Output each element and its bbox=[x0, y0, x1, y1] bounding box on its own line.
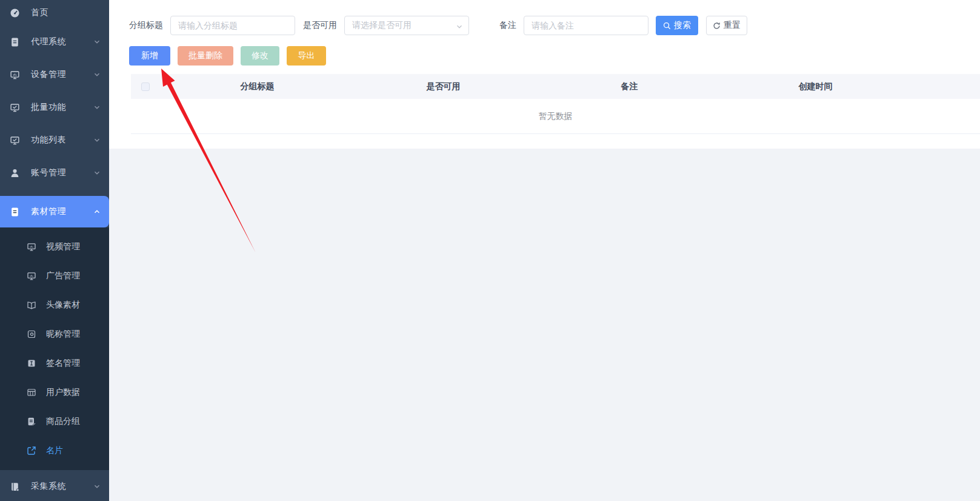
document-icon bbox=[10, 207, 20, 217]
material-management-submenu: 视频管理 广告管理 头像素材 昵称管理 bbox=[0, 227, 109, 470]
remark-label: 备注 bbox=[499, 20, 516, 31]
sidebar-item-signature-management[interactable]: 签名管理 bbox=[0, 349, 109, 378]
chevron-down-icon bbox=[93, 104, 101, 111]
monitor-check-icon bbox=[10, 103, 20, 113]
sidebar-item-label: 视频管理 bbox=[46, 241, 80, 252]
action-toolbar: 新增 批量删除 修改 导出 bbox=[129, 46, 980, 66]
refresh-icon bbox=[713, 22, 721, 30]
chevron-down-icon bbox=[93, 71, 101, 78]
book-icon bbox=[10, 482, 20, 492]
search-button-label: 搜索 bbox=[674, 20, 691, 31]
badge-icon bbox=[27, 329, 36, 339]
reset-button[interactable]: 重置 bbox=[706, 16, 747, 35]
group-title-input[interactable] bbox=[170, 16, 295, 35]
batch-delete-button[interactable]: 批量删除 bbox=[178, 46, 233, 66]
sidebar-item-home[interactable]: 首页 bbox=[0, 0, 109, 25]
chevron-down-icon bbox=[93, 169, 101, 177]
available-select[interactable]: 请选择是否可用 bbox=[344, 16, 469, 35]
sidebar-item-label: 采集系统 bbox=[31, 481, 93, 492]
remark-input[interactable] bbox=[524, 16, 648, 35]
app-window: 首页 代理系统 设备管理 批量功能 bbox=[0, 0, 980, 501]
sidebar-item-ad-management[interactable]: 广告管理 bbox=[0, 261, 109, 291]
content-card: 分组标题 是否可用 请选择是否可用 备注 搜索 bbox=[109, 0, 980, 149]
column-header-group-title: 分组标题 bbox=[164, 81, 350, 92]
export-button[interactable]: 导出 bbox=[287, 46, 326, 66]
monitor-check-icon bbox=[10, 135, 20, 146]
table-header-row: 分组标题 是否可用 备注 创建时间 bbox=[131, 74, 980, 99]
sidebar-item-material-management[interactable]: 素材管理 bbox=[0, 196, 109, 227]
sidebar-item-label: 代理系统 bbox=[31, 36, 93, 47]
column-header-created-time: 创建时间 bbox=[722, 81, 908, 92]
document-icon bbox=[10, 37, 20, 47]
sidebar-item-label: 昵称管理 bbox=[46, 329, 80, 340]
sidebar-item-label: 设备管理 bbox=[31, 69, 93, 80]
sidebar-item-user-data[interactable]: 用户数据 bbox=[0, 378, 109, 407]
sidebar-item-avatar-material[interactable]: 头像素材 bbox=[0, 291, 109, 320]
sidebar-item-label: 广告管理 bbox=[46, 271, 80, 281]
sidebar: 首页 代理系统 设备管理 批量功能 bbox=[0, 0, 109, 501]
column-header-available: 是否可用 bbox=[350, 81, 536, 92]
sidebar-item-function-list[interactable]: 功能列表 bbox=[0, 124, 109, 156]
table-header-checkbox-cell bbox=[131, 82, 164, 91]
filter-bar: 分组标题 是否可用 请选择是否可用 备注 搜索 bbox=[129, 16, 980, 35]
sidebar-item-business-card[interactable]: 名片 bbox=[0, 436, 109, 465]
sidebar-item-label: 首页 bbox=[31, 7, 101, 18]
sidebar-item-label: 头像素材 bbox=[46, 300, 80, 311]
sidebar-item-label: 账号管理 bbox=[31, 167, 93, 178]
available-label: 是否可用 bbox=[303, 20, 337, 31]
page-background bbox=[109, 149, 980, 501]
document-edit-icon bbox=[27, 417, 36, 426]
sidebar-item-label: 素材管理 bbox=[31, 206, 93, 217]
sidebar-item-label: 商品分组 bbox=[46, 416, 80, 427]
sidebar-item-label: 功能列表 bbox=[31, 135, 93, 146]
sidebar-item-batch-functions[interactable]: 批量功能 bbox=[0, 91, 109, 124]
group-title-label: 分组标题 bbox=[129, 20, 163, 31]
monitor-icon bbox=[10, 70, 20, 80]
user-icon bbox=[10, 168, 20, 178]
sidebar-item-label: 用户数据 bbox=[46, 387, 80, 398]
external-link-icon bbox=[27, 446, 36, 456]
sidebar-item-nickname-management[interactable]: 昵称管理 bbox=[0, 320, 109, 349]
open-book-icon bbox=[27, 300, 36, 310]
select-all-checkbox[interactable] bbox=[141, 82, 150, 91]
sidebar-item-video-management[interactable]: 视频管理 bbox=[0, 232, 109, 261]
chevron-down-icon bbox=[93, 483, 101, 490]
edit-button[interactable]: 修改 bbox=[241, 46, 279, 66]
chevron-up-icon bbox=[93, 208, 101, 215]
sidebar-item-label: 签名管理 bbox=[46, 358, 80, 369]
dashboard-icon bbox=[10, 8, 20, 18]
chevron-down-icon bbox=[456, 22, 463, 30]
monitor-icon bbox=[27, 242, 36, 252]
available-select-placeholder: 请选择是否可用 bbox=[352, 20, 412, 31]
chevron-down-icon bbox=[93, 38, 101, 45]
add-button[interactable]: 新增 bbox=[129, 46, 170, 66]
column-header-remark: 备注 bbox=[536, 81, 722, 92]
sidebar-item-label: 批量功能 bbox=[31, 102, 93, 113]
data-table: 分组标题 是否可用 备注 创建时间 暂无数据 bbox=[131, 74, 980, 134]
sidebar-item-account-management[interactable]: 账号管理 bbox=[0, 156, 109, 189]
reset-button-label: 重置 bbox=[724, 20, 741, 31]
sidebar-item-label: 名片 bbox=[46, 445, 63, 456]
table-icon bbox=[27, 388, 36, 397]
table-empty-state: 暂无数据 bbox=[131, 99, 980, 134]
sidebar-item-product-group[interactable]: 商品分组 bbox=[0, 407, 109, 436]
chevron-down-icon bbox=[93, 136, 101, 144]
monitor-icon bbox=[27, 271, 36, 281]
main-content: 分组标题 是否可用 请选择是否可用 备注 搜索 bbox=[109, 0, 980, 501]
search-button[interactable]: 搜索 bbox=[656, 16, 698, 35]
sidebar-item-agent-system[interactable]: 代理系统 bbox=[0, 25, 109, 58]
search-icon bbox=[663, 22, 671, 30]
sidebar-item-collection-system[interactable]: 采集系统 bbox=[0, 470, 109, 501]
text-icon bbox=[27, 358, 36, 368]
sidebar-item-device-management[interactable]: 设备管理 bbox=[0, 58, 109, 91]
